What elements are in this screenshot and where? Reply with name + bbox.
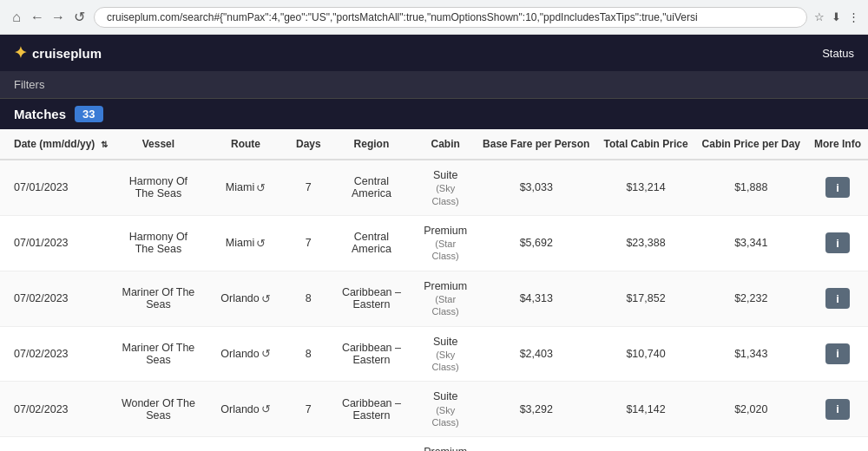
cell-cabin-per-day: $4,401 xyxy=(695,437,807,451)
cabin-type: Suite xyxy=(433,168,458,182)
logo: ✦ cruiseplum xyxy=(14,43,102,62)
info-button[interactable]: i xyxy=(825,177,850,198)
info-button[interactable]: i xyxy=(825,343,850,364)
cell-region: Caribbean – Eastern xyxy=(328,437,416,451)
table-row: 07/02/2023 Wonder Of The Seas Orlando ↺ … xyxy=(0,437,868,451)
cell-days: 7 xyxy=(289,215,328,271)
route-icon: ↺ xyxy=(256,181,266,194)
cell-route: Orlando ↺ xyxy=(202,326,289,382)
cell-vessel: Mariner Of The Seas xyxy=(115,326,202,382)
cell-cabin-per-day: $1,343 xyxy=(695,326,807,382)
app-header: ✦ cruiseplum Status xyxy=(0,35,868,71)
cell-cabin: Premium (Star Class) xyxy=(415,437,476,451)
info-button[interactable]: i xyxy=(825,399,850,420)
col-cabin: Cabin xyxy=(415,129,476,160)
cell-more-info: i xyxy=(807,382,868,437)
address-bar[interactable]: cruiseplum.com/search#{"numPax":4,"geo":… xyxy=(94,7,807,28)
cell-date: 07/01/2023 xyxy=(0,215,115,271)
col-total-cabin: Total Cabin Price xyxy=(596,129,694,160)
cell-route: Orlando ↺ xyxy=(202,271,289,326)
cell-date: 07/02/2023 xyxy=(0,326,115,382)
results-table: Date (mm/dd/yy) ⇅ Vessel Route Days Regi… xyxy=(0,129,868,451)
cell-more-info: i xyxy=(807,437,868,451)
results-table-container: Date (mm/dd/yy) ⇅ Vessel Route Days Regi… xyxy=(0,129,868,451)
cabin-class: (Star Class) xyxy=(422,238,469,263)
cabin-class: (Sky Class) xyxy=(422,404,469,429)
table-row: 07/02/2023 Wonder Of The Seas Orlando ↺ … xyxy=(0,382,868,437)
cell-cabin: Suite (Sky Class) xyxy=(415,160,476,215)
col-days: Days xyxy=(289,129,328,160)
cell-cabin-per-day: $2,232 xyxy=(695,271,807,326)
cell-total-cabin: $23,388 xyxy=(596,215,694,271)
cell-route: Miami ↺ xyxy=(202,215,289,271)
info-button[interactable]: i xyxy=(825,288,850,309)
sort-icon: ⇅ xyxy=(101,140,108,149)
cabin-type: Suite xyxy=(433,389,458,403)
cell-cabin-per-day: $1,888 xyxy=(695,160,807,215)
cell-days: 7 xyxy=(289,160,328,215)
forward-icon[interactable]: → xyxy=(50,10,66,25)
col-region: Region xyxy=(328,129,416,160)
status-button[interactable]: Status xyxy=(822,47,854,60)
cell-cabin: Suite (Sky Class) xyxy=(415,382,476,437)
filters-label: Filters xyxy=(14,78,44,91)
cell-route: Orlando ↺ xyxy=(202,437,289,451)
cell-total-cabin: $17,852 xyxy=(596,271,694,326)
col-base-fare: Base Fare per Person xyxy=(476,129,596,160)
table-row: 07/02/2023 Mariner Of The Seas Orlando ↺… xyxy=(0,271,868,326)
menu-icon[interactable]: ⋮ xyxy=(848,10,859,23)
cell-route: Miami ↺ xyxy=(202,160,289,215)
back-icon[interactable]: ← xyxy=(30,10,45,25)
cell-vessel: Wonder Of The Seas xyxy=(115,437,202,451)
cell-base-fare: $5,692 xyxy=(476,215,596,271)
cabin-type: Premium xyxy=(424,279,467,293)
cabin-class: (Star Class) xyxy=(422,293,469,318)
browser-actions: ☆ ⬇ ⋮ xyxy=(814,10,859,23)
route-label: Orlando xyxy=(220,292,259,304)
matches-count: 33 xyxy=(75,106,102,122)
matches-bar: Matches 33 xyxy=(0,99,868,129)
cell-vessel: Harmony Of The Seas xyxy=(115,215,202,271)
cell-total-cabin: $14,142 xyxy=(596,382,694,437)
cell-base-fare: $3,292 xyxy=(476,382,596,437)
cell-days: 8 xyxy=(289,326,328,382)
filters-bar[interactable]: Filters xyxy=(0,71,868,99)
route-label: Orlando xyxy=(220,348,259,360)
cabin-type: Suite xyxy=(433,335,458,349)
cell-more-info: i xyxy=(807,215,868,271)
download-icon[interactable]: ⬇ xyxy=(832,10,841,23)
cell-date: 07/01/2023 xyxy=(0,160,115,215)
home-icon[interactable]: ⌂ xyxy=(9,10,24,25)
route-label: Miami xyxy=(226,181,254,193)
col-date[interactable]: Date (mm/dd/yy) ⇅ xyxy=(0,129,115,160)
table-row: 07/02/2023 Mariner Of The Seas Orlando ↺… xyxy=(0,326,868,382)
cell-base-fare: $4,313 xyxy=(476,271,596,326)
cell-date: 07/02/2023 xyxy=(0,271,115,326)
route-label: Orlando xyxy=(220,403,259,415)
cell-days: 7 xyxy=(289,437,328,451)
cell-more-info: i xyxy=(807,160,868,215)
bookmark-icon[interactable]: ☆ xyxy=(814,10,825,23)
browser-bar: ⌂ ← → ↺ cruiseplum.com/search#{"numPax":… xyxy=(0,0,868,35)
cell-total-cabin: $13,214 xyxy=(596,160,694,215)
cell-vessel: Mariner Of The Seas xyxy=(115,271,202,326)
cell-days: 7 xyxy=(289,382,328,437)
cell-more-info: i xyxy=(807,271,868,326)
cell-days: 8 xyxy=(289,271,328,326)
table-row: 07/01/2023 Harmony Of The Seas Miami ↺ 7… xyxy=(0,215,868,271)
info-button[interactable]: i xyxy=(825,232,850,253)
col-cabin-per-day: Cabin Price per Day xyxy=(695,129,807,160)
table-row: 07/01/2023 Harmony Of The Seas Miami ↺ 7… xyxy=(0,160,868,215)
matches-label: Matches xyxy=(14,107,66,121)
refresh-icon[interactable]: ↺ xyxy=(71,10,87,25)
cell-region: Caribbean – Eastern xyxy=(328,271,416,326)
cell-route: Orlando ↺ xyxy=(202,382,289,437)
cell-more-info: i xyxy=(807,326,868,382)
route-label: Miami xyxy=(226,237,254,249)
cell-region: Caribbean – Eastern xyxy=(328,382,416,437)
cell-vessel: Wonder Of The Seas xyxy=(115,382,202,437)
cabin-class: (Sky Class) xyxy=(422,182,469,207)
browser-nav: ⌂ ← → ↺ xyxy=(9,10,87,25)
cell-cabin-per-day: $2,020 xyxy=(695,382,807,437)
cell-region: Caribbean – Eastern xyxy=(328,326,416,382)
